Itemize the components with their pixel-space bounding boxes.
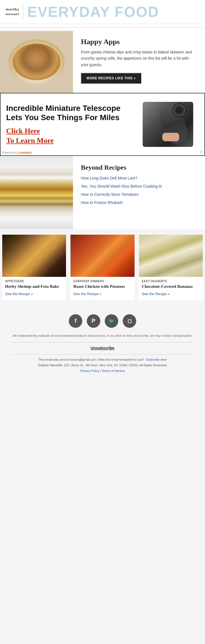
recipe-card-image-chicken	[70, 235, 134, 277]
twitter-letter: 🐦	[109, 318, 114, 324]
beyond-link-2[interactable]: Yes, You Should Wash Rice Before Cooking…	[81, 184, 162, 189]
ad-cta-link[interactable]: Click Here To Learn More	[6, 126, 137, 145]
ad-image	[143, 102, 199, 147]
footer-address: Dotdash Meredith, 225 Liberty St., 4th F…	[11, 363, 194, 367]
privacy-policy-link[interactable]: Privacy Policy	[80, 369, 99, 373]
telescope-lens	[172, 103, 186, 117]
header-separator	[0, 27, 205, 28]
instagram-icon[interactable]: ◻	[123, 314, 136, 328]
beyond-link-item: How to Freeze Rhubarb	[81, 200, 197, 206]
recipe-category-shrimp: APPETIZERS	[5, 280, 63, 283]
recipe-card-shrimp: APPETIZERS Herby Shrimp-and-Feta Bake Se…	[2, 235, 66, 300]
ad-powered-by: Powered by LiveIntent	[2, 151, 31, 154]
beyond-links-list: How Long Does Deli Meat Last? Yes, You S…	[81, 175, 197, 206]
liveintent-logo: LiveIntent	[18, 151, 31, 154]
recipe-card-image-shrimp	[2, 235, 66, 277]
recipe-link-chicken[interactable]: See the Recipe »	[73, 292, 101, 296]
header-divider	[23, 5, 23, 19]
header: martha stewart EVERYDAY FOOD	[0, 0, 205, 24]
recipe-link-banana[interactable]: See the Recipe »	[142, 292, 170, 296]
recipe-card-banana: EASY DESSERTS Chocolate-Covered Bananas …	[139, 235, 203, 300]
footer-divider-1	[11, 342, 194, 342]
telescope-image	[143, 102, 193, 147]
beyond-link-4[interactable]: How to Freeze Rhubarb	[81, 200, 123, 205]
footer-disclaimer: We independently evaluate all recommende…	[11, 333, 194, 338]
footer-divider-2	[11, 354, 194, 354]
social-icons: f P 🐦 ◻	[11, 314, 194, 328]
recipe-card-body-chicken: EVERYDAY DINNERS Roast Chicken with Pota…	[70, 277, 134, 300]
hand	[162, 133, 179, 141]
recipe-category-chicken: EVERYDAY DINNERS	[73, 280, 131, 283]
hero-content: Happy Apps From gooey cheese dips and cr…	[73, 31, 205, 93]
hero-image	[0, 31, 73, 93]
recipe-card-chicken: EVERYDAY DINNERS Roast Chicken with Pota…	[70, 235, 134, 300]
email-container: martha stewart EVERYDAY FOOD Happy Apps …	[0, 0, 205, 378]
footer-email-text: This email was sent to xxxxxx@gmail.com …	[38, 358, 144, 361]
recipe-name-banana: Chocolate-Covered Bananas	[142, 284, 200, 290]
footer-email-line: This email was sent to xxxxxx@gmail.com …	[11, 358, 194, 361]
ad-title: Incredible Miniature Telescope Lets You …	[6, 104, 137, 122]
more-recipes-button[interactable]: MORE RECIPES LIKE THIS »	[81, 73, 141, 84]
instagram-symbol: ◻	[127, 318, 132, 324]
recipe-name-chicken: Roast Chicken with Potatoes	[73, 284, 131, 290]
beyond-image	[0, 156, 73, 229]
beyond-link-item: How Long Does Deli Meat Last?	[81, 175, 197, 181]
beyond-link-item: How to Correctly Store Tomatoes	[81, 192, 197, 198]
recipe-card-body-shrimp: APPETIZERS Herby Shrimp-and-Feta Bake Se…	[2, 277, 66, 300]
beyond-title: Beyond Recipes	[81, 164, 197, 171]
recipe-card-image-banana	[139, 235, 203, 277]
recipe-card-body-banana: EASY DESSERTS Chocolate-Covered Bananas …	[139, 277, 203, 300]
banana-image	[139, 235, 203, 277]
ad-info-icon[interactable]: ⓘ	[200, 150, 203, 154]
twitter-icon[interactable]: 🐦	[105, 314, 118, 328]
facebook-icon[interactable]: f	[69, 314, 82, 328]
footer: f P 🐦 ◻ We independently evaluate all re…	[0, 306, 205, 378]
beyond-link-3[interactable]: How to Correctly Store Tomatoes	[81, 192, 138, 197]
beyond-link-item: Yes, You Should Wash Rice Before Cooking…	[81, 183, 197, 189]
facebook-letter: f	[75, 318, 77, 324]
unsubscribe-link[interactable]: Unsubscribe	[11, 346, 194, 350]
everyday-food-logo: EVERYDAY FOOD	[27, 5, 159, 19]
pinterest-letter: P	[92, 318, 95, 324]
hero-description: From gooey cheese dips and crisp toasts …	[81, 49, 197, 68]
ad-section: Incredible Miniature Telescope Lets You …	[0, 93, 205, 156]
shrimp-image	[2, 235, 66, 277]
martha-stewart-logo: martha stewart	[6, 7, 19, 17]
pinterest-icon[interactable]: P	[87, 314, 100, 328]
chicken-image	[70, 235, 134, 277]
hero-section: Happy Apps From gooey cheese dips and cr…	[0, 31, 205, 93]
subscribe-here-link[interactable]: Subscribe here	[146, 358, 167, 361]
ad-text: Incredible Miniature Telescope Lets You …	[6, 104, 143, 145]
footer-legal-links: Privacy Policy | Terms of Service	[11, 369, 194, 373]
beyond-section: Beyond Recipes How Long Does Deli Meat L…	[0, 156, 205, 229]
recipe-cards-section: APPETIZERS Herby Shrimp-and-Feta Bake Se…	[0, 229, 205, 306]
beyond-content: Beyond Recipes How Long Does Deli Meat L…	[73, 156, 205, 229]
recipe-name-shrimp: Herby Shrimp-and-Feta Bake	[5, 284, 63, 290]
terms-of-service-link[interactable]: Terms of Service	[102, 369, 125, 373]
recipe-link-shrimp[interactable]: See the Recipe »	[5, 292, 33, 296]
beyond-link-1[interactable]: How Long Does Deli Meat Last?	[81, 176, 137, 180]
hero-title: Happy Apps	[81, 38, 197, 46]
recipe-category-banana: EASY DESSERTS	[142, 280, 200, 283]
